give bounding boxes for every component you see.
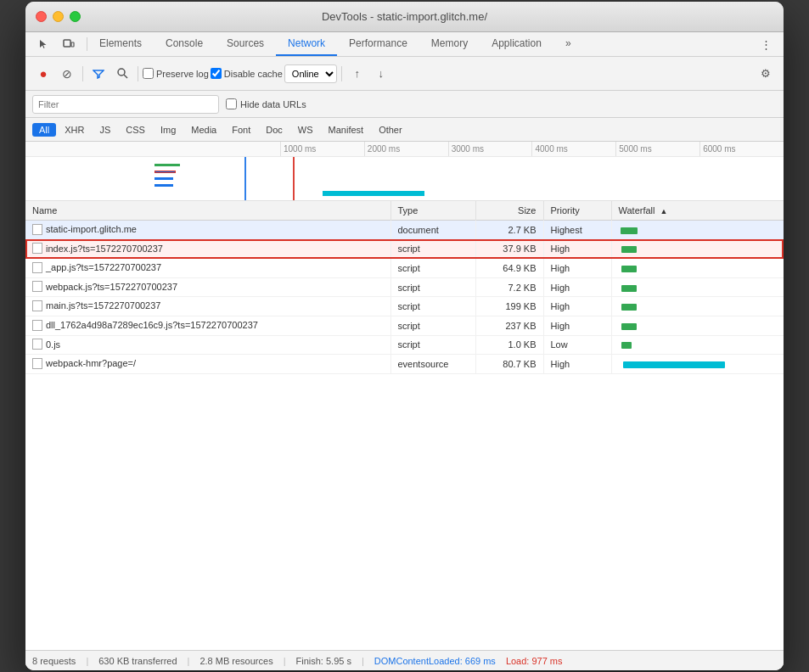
table-row[interactable]: index.js?ts=1572270700237script37.9 KBHi… — [25, 239, 784, 259]
tab-performance[interactable]: Performance — [337, 32, 419, 56]
filter-ws[interactable]: WS — [291, 123, 320, 137]
cell-name: dll_1762a4d98a7289ec16c9.js?ts=157227070… — [25, 316, 390, 335]
pointer-icon[interactable] — [32, 33, 54, 55]
header-priority[interactable]: Priority — [543, 201, 611, 221]
devtools-window: DevTools - static-import.glitch.me/ Elem… — [25, 2, 784, 670]
tab-network[interactable]: Network — [276, 32, 337, 56]
ruler-mark-6: 6000 ms — [699, 142, 784, 156]
table-row[interactable]: 0.jsscript1.0 KBLow — [25, 335, 784, 355]
tab-console[interactable]: Console — [154, 32, 215, 56]
window-title: DevTools - static-import.glitch.me/ — [322, 10, 487, 23]
ruler-mark-4: 4000 ms — [531, 142, 615, 156]
filter-all[interactable]: All — [32, 123, 56, 137]
cell-type: script — [390, 277, 475, 297]
tab-elements[interactable]: Elements — [87, 32, 154, 56]
dom-content-loaded: DOMContentLoaded: 669 ms — [374, 656, 496, 666]
ruler-mark-3: 3000 ms — [448, 142, 532, 156]
filter-js[interactable]: JS — [93, 123, 117, 137]
svg-line-3 — [124, 75, 127, 78]
toolbar-right: ⚙ — [755, 63, 777, 85]
separator-2 — [138, 66, 138, 81]
filter-input[interactable] — [32, 95, 219, 114]
cell-waterfall — [611, 239, 784, 259]
hide-data-urls-label[interactable]: Hide data URLs — [226, 98, 306, 109]
timeline-area: 1000 ms 2000 ms 3000 ms 4000 ms 5000 ms … — [25, 142, 784, 201]
sort-indicator: ▲ — [660, 207, 668, 216]
cell-type: script — [390, 335, 475, 355]
tab-memory[interactable]: Memory — [419, 32, 480, 56]
tab-sources[interactable]: Sources — [215, 32, 276, 56]
table-row[interactable]: dll_1762a4d98a7289ec16c9.js?ts=157227070… — [25, 316, 784, 335]
cell-type: eventsource — [390, 355, 475, 374]
filter-font[interactable]: Font — [225, 123, 257, 137]
type-filter-row: All XHR JS CSS Img Media Font Doc WS Man… — [25, 118, 784, 142]
device-icon[interactable] — [58, 33, 80, 55]
preserve-log-label[interactable]: Preserve log — [143, 68, 209, 79]
hide-data-urls-checkbox[interactable] — [226, 98, 237, 109]
clear-button[interactable]: ⊘ — [56, 63, 78, 85]
tab-more[interactable]: » — [553, 32, 583, 56]
ruler-mark-2: 2000 ms — [364, 142, 448, 156]
cell-priority: High — [543, 239, 611, 259]
svg-rect-1 — [71, 42, 74, 47]
cell-name: main.js?ts=1572270700237 — [25, 297, 390, 316]
filter-other[interactable]: Other — [372, 123, 409, 137]
header-size[interactable]: Size — [475, 201, 543, 221]
settings-button[interactable]: ⚙ — [755, 63, 777, 85]
tab-application[interactable]: Application — [480, 32, 553, 56]
minimize-button[interactable] — [53, 11, 64, 22]
disable-cache-label[interactable]: Disable cache — [211, 68, 283, 79]
ruler-mark-5: 5000 ms — [615, 142, 699, 156]
cell-name: index.js?ts=1572270700237 — [25, 239, 390, 259]
cell-waterfall — [611, 221, 784, 240]
separator-1 — [82, 66, 83, 81]
header-type[interactable]: Type — [390, 201, 475, 221]
maximize-button[interactable] — [70, 11, 81, 22]
table-row[interactable]: webpack-hmr?page=/eventsource80.7 KBHigh — [25, 355, 784, 374]
more-options-icon[interactable]: ⋮ — [755, 33, 777, 55]
cell-priority: High — [543, 316, 611, 335]
cell-type: script — [390, 316, 475, 335]
cell-type: script — [390, 259, 475, 278]
table-row[interactable]: _app.js?ts=1572270700237script64.9 KBHig… — [25, 259, 784, 278]
export-har-button[interactable]: ↓ — [370, 63, 392, 85]
network-toolbar: ● ⊘ Preserve log Disable cache Online — [25, 57, 784, 91]
devtools-panel: Elements Console Sources Network Perform… — [25, 32, 784, 670]
close-button[interactable] — [36, 11, 47, 22]
cell-name: webpack-hmr?page=/ — [25, 355, 390, 374]
disable-cache-checkbox[interactable] — [211, 68, 222, 79]
cell-waterfall — [611, 316, 784, 335]
cell-size: 237 KB — [475, 316, 543, 335]
search-button[interactable] — [111, 63, 133, 85]
traffic-lights — [36, 11, 81, 22]
cell-name: _app.js?ts=1572270700237 — [25, 259, 390, 278]
preserve-log-checkbox[interactable] — [143, 68, 154, 79]
cell-size: 2.7 KB — [475, 221, 543, 240]
header-waterfall[interactable]: Waterfall ▲ — [611, 201, 784, 221]
cell-priority: Highest — [543, 221, 611, 240]
cell-priority: Low — [543, 335, 611, 355]
filter-media[interactable]: Media — [184, 123, 223, 137]
resources-size: 2.8 MB resources — [199, 656, 272, 666]
cell-type: script — [390, 239, 475, 259]
status-bar: 8 requests | 630 KB transferred | 2.8 MB… — [25, 650, 784, 670]
filter-button[interactable] — [87, 63, 110, 85]
table-row[interactable]: main.js?ts=1572270700237script199 KBHigh — [25, 297, 784, 316]
cell-priority: High — [543, 259, 611, 278]
table-row[interactable]: static-import.glitch.medocument2.7 KBHig… — [25, 221, 784, 240]
filter-doc[interactable]: Doc — [259, 123, 289, 137]
filter-xhr[interactable]: XHR — [58, 123, 91, 137]
filter-manifest[interactable]: Manifest — [322, 123, 371, 137]
import-har-button[interactable]: ↑ — [346, 63, 368, 85]
cell-size: 37.9 KB — [475, 239, 543, 259]
cell-priority: High — [543, 277, 611, 297]
throttle-select[interactable]: Online — [284, 64, 337, 83]
cell-name: static-import.glitch.me — [25, 221, 390, 240]
table-row[interactable]: webpack.js?ts=1572270700237script7.2 KBH… — [25, 277, 784, 297]
filter-img[interactable]: Img — [154, 123, 183, 137]
filter-css[interactable]: CSS — [119, 123, 152, 137]
cell-priority: High — [543, 297, 611, 316]
record-button[interactable]: ● — [32, 63, 54, 85]
cell-priority: High — [543, 355, 611, 374]
header-name[interactable]: Name — [25, 201, 390, 221]
